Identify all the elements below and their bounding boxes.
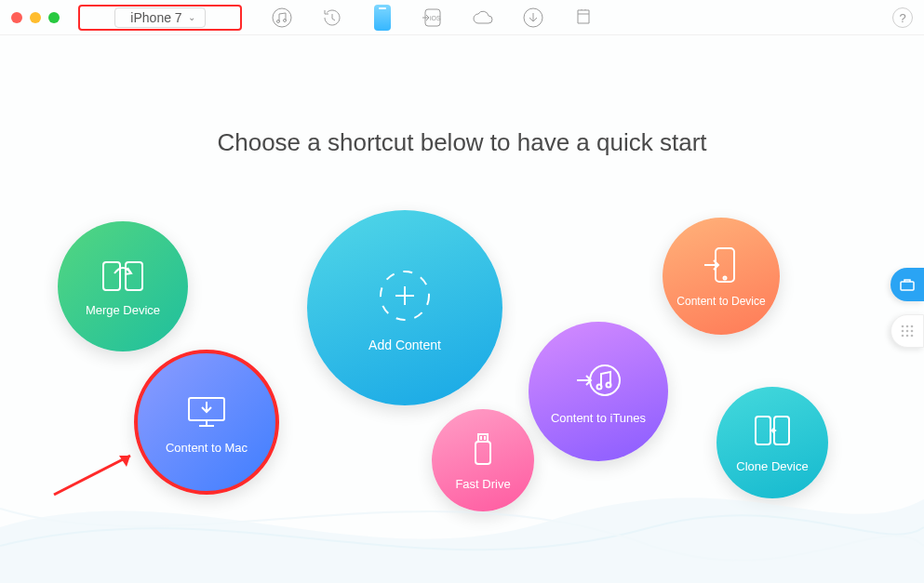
clone-device-shortcut[interactable]: Clone Device	[716, 387, 828, 498]
svg-rect-6	[103, 262, 120, 290]
merge-device-icon	[101, 257, 144, 294]
monitor-download-icon	[183, 391, 230, 431]
to-device-icon	[703, 245, 740, 285]
svg-point-25	[906, 325, 909, 328]
content-to-itunes-label: Content to iTunes	[551, 411, 646, 425]
svg-rect-23	[901, 282, 914, 290]
svg-point-31	[906, 335, 909, 338]
svg-point-29	[911, 330, 914, 333]
content-to-itunes-shortcut[interactable]: Content to iTunes	[529, 322, 668, 461]
svg-rect-11	[478, 434, 488, 442]
merge-device-label: Merge Device	[86, 303, 160, 317]
svg-point-28	[906, 330, 909, 333]
svg-point-26	[911, 325, 914, 328]
shortcut-stage: Merge Device Content to Mac Add Content …	[0, 0, 924, 583]
add-content-shortcut[interactable]: Add Content	[307, 210, 502, 405]
clone-device-label: Clone Device	[736, 459, 808, 473]
svg-point-14	[590, 365, 620, 395]
svg-point-24	[902, 325, 904, 328]
grid-icon	[900, 324, 915, 338]
add-icon	[372, 263, 437, 328]
svg-point-15	[597, 384, 602, 389]
svg-point-30	[902, 335, 904, 338]
fast-drive-shortcut[interactable]: Fast Drive	[432, 409, 534, 511]
svg-line-21	[54, 456, 130, 495]
fast-drive-label: Fast Drive	[455, 477, 510, 491]
content-to-mac-label: Content to Mac	[166, 441, 248, 455]
svg-rect-19	[756, 417, 770, 444]
content-to-mac-shortcut[interactable]: Content to Mac	[134, 350, 279, 495]
view-shortcuts-toggle[interactable]	[891, 268, 924, 301]
svg-point-32	[911, 335, 914, 338]
briefcase-icon	[899, 276, 916, 293]
merge-device-shortcut[interactable]: Merge Device	[58, 221, 188, 351]
svg-point-27	[902, 330, 904, 333]
content-to-device-shortcut[interactable]: Content to Device	[663, 218, 780, 335]
svg-rect-7	[126, 262, 142, 290]
svg-rect-10	[475, 442, 490, 464]
clone-device-icon	[752, 413, 793, 450]
add-content-label: Add Content	[368, 338, 441, 352]
svg-point-18	[724, 277, 727, 280]
usb-drive-icon	[470, 431, 496, 468]
to-itunes-icon	[573, 359, 623, 402]
view-categories-toggle[interactable]	[891, 314, 924, 348]
content-to-device-label: Content to Device	[676, 295, 765, 308]
svg-point-16	[607, 382, 611, 387]
annotation-arrow	[47, 446, 149, 502]
